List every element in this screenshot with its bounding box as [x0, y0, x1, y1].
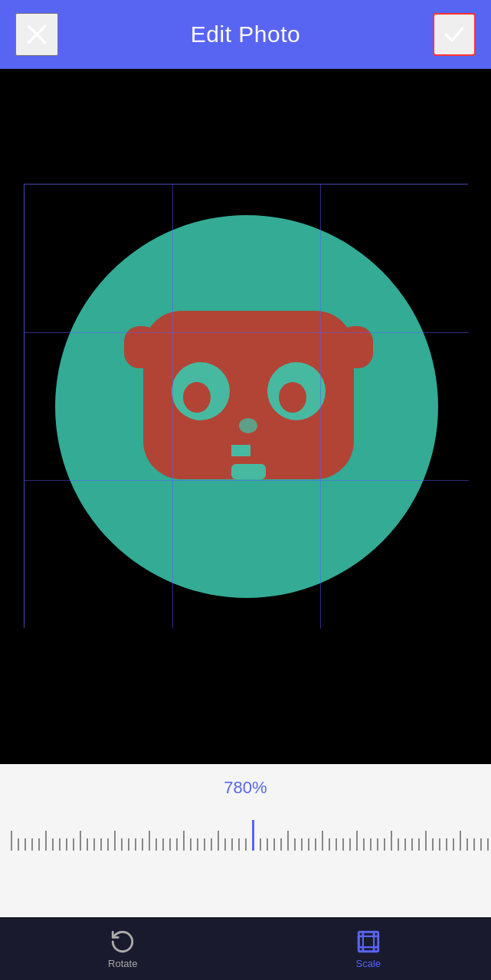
discord-image [25, 185, 469, 629]
confirm-button[interactable] [433, 13, 476, 56]
scale-label: Scale [355, 958, 381, 969]
scale-icon [355, 929, 381, 955]
ruler-container[interactable] [0, 808, 491, 854]
rotate-nav-item[interactable]: Rotate [92, 929, 153, 969]
image-preview [25, 185, 469, 629]
page-title: Edit Photo [191, 21, 300, 47]
svg-rect-6 [339, 326, 373, 368]
svg-point-10 [279, 382, 306, 413]
scale-value: 780% [224, 778, 267, 798]
scale-panel: 780% [0, 764, 491, 917]
svg-point-11 [239, 418, 257, 433]
rotate-label: Rotate [108, 958, 137, 969]
close-button[interactable] [15, 13, 58, 56]
edit-area[interactable] [0, 69, 491, 743]
svg-rect-16 [358, 932, 378, 952]
image-container [25, 185, 469, 629]
rotate-icon [110, 929, 136, 955]
scale-nav-item[interactable]: Scale [338, 929, 399, 969]
svg-rect-17 [363, 936, 374, 946]
crop-frame[interactable] [24, 184, 468, 628]
scale-ruler[interactable] [8, 812, 483, 851]
svg-rect-15 [231, 464, 266, 479]
header: Edit Photo [0, 0, 491, 69]
svg-point-9 [183, 382, 211, 413]
bottom-nav: Rotate Scale [0, 917, 491, 980]
svg-rect-5 [124, 326, 159, 368]
